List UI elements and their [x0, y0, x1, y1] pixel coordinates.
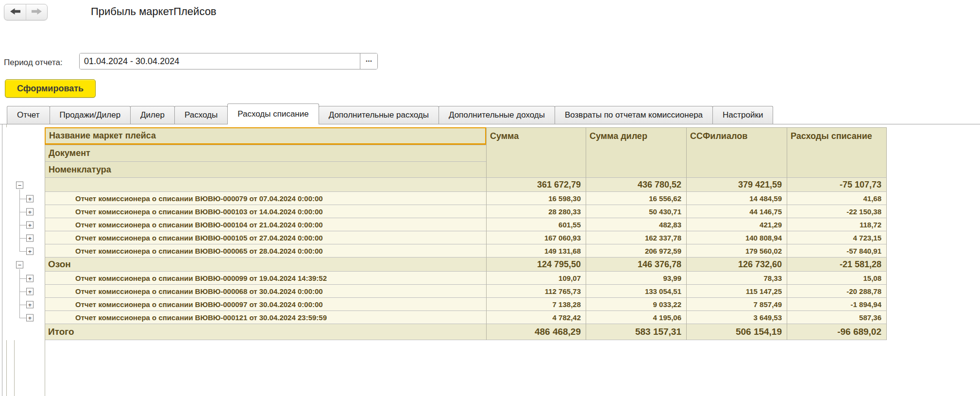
document-name-cell[interactable]: Отчет комиссионера о списании ВЮВЮ-00006…: [45, 244, 486, 258]
document-name-cell[interactable]: Отчет комиссионера о списании ВЮВЮ-00009…: [45, 298, 486, 311]
group-name-cell[interactable]: Итого: [45, 324, 486, 340]
expand-expander-icon[interactable]: +: [26, 195, 34, 202]
value-cell-3[interactable]: -1 894,94: [787, 298, 887, 311]
tab-8[interactable]: Настройки: [712, 106, 773, 124]
value-cell-3[interactable]: -20 288,78: [787, 285, 887, 298]
generate-report-button[interactable]: Сформировать: [5, 79, 96, 98]
value-cell-3[interactable]: -96 689,02: [787, 324, 887, 340]
expand-expander-icon[interactable]: +: [26, 208, 34, 215]
value-cell-2[interactable]: 506 154,19: [686, 324, 787, 340]
value-cell-2[interactable]: 379 421,59: [686, 178, 787, 192]
back-button[interactable]: [4, 4, 26, 20]
tab-1[interactable]: Продажи/Дилер: [50, 106, 131, 124]
value-cell-2[interactable]: 179 560,02: [686, 244, 787, 258]
expand-expander-icon[interactable]: +: [26, 301, 34, 308]
value-cell-1[interactable]: 482,83: [586, 218, 686, 231]
value-cell-2[interactable]: 3 649,53: [686, 311, 787, 324]
period-picker-button[interactable]: ...: [360, 53, 377, 69]
value-cell-3[interactable]: 4 723,15: [787, 231, 887, 244]
value-cell-0[interactable]: 124 795,50: [486, 258, 586, 272]
tree-connector-line: [19, 305, 26, 305]
value-cell-0[interactable]: 28 280,33: [486, 205, 586, 218]
expand-expander-icon[interactable]: +: [26, 288, 34, 295]
tree-connector-line: [19, 251, 26, 252]
value-cell-3[interactable]: -57 840,91: [787, 244, 887, 258]
report-panel: Название маркет плейса Документ Номенкла…: [2, 124, 980, 396]
value-cell-0[interactable]: 167 060,93: [486, 231, 586, 244]
value-cell-1[interactable]: 9 033,22: [586, 298, 686, 311]
tab-3[interactable]: Расходы: [174, 106, 228, 124]
value-cell-3[interactable]: -75 107,73: [787, 178, 887, 192]
value-cell-2[interactable]: 115 147,25: [686, 285, 787, 298]
tab-6[interactable]: Дополнительные доходы: [439, 106, 555, 124]
value-cell-2[interactable]: 140 808,94: [686, 231, 787, 244]
collapse-expander-icon[interactable]: −: [16, 181, 23, 189]
value-cell-3[interactable]: 41,68: [787, 192, 887, 205]
forward-button[interactable]: [26, 4, 47, 20]
header-cell-nomenclature[interactable]: Номенклатура: [45, 161, 486, 178]
value-cell-1[interactable]: 133 054,51: [586, 285, 686, 298]
value-cell-1[interactable]: 162 337,78: [586, 231, 686, 244]
value-cell-0[interactable]: 112 765,73: [486, 285, 586, 298]
value-cell-3[interactable]: -21 581,28: [787, 258, 887, 272]
header-cell-write-off[interactable]: Расходы списание: [787, 127, 887, 178]
value-cell-2[interactable]: 14 484,59: [686, 192, 787, 205]
value-cell-1[interactable]: 50 430,71: [586, 205, 686, 218]
data-row: +Отчет комиссионера о списании ВЮВЮ-0000…: [6, 244, 887, 258]
group-name-cell[interactable]: [45, 178, 486, 192]
document-name-cell[interactable]: Отчет комиссионера о списании ВЮВЮ-00010…: [45, 218, 486, 231]
grid-extension-line: [45, 340, 45, 396]
tab-2[interactable]: Дилер: [130, 106, 175, 124]
document-name-cell[interactable]: Отчет комиссионера о списании ВЮВЮ-00010…: [45, 231, 486, 244]
value-cell-0[interactable]: 149 131,68: [486, 244, 586, 258]
value-cell-2[interactable]: 421,29: [686, 218, 787, 231]
period-input[interactable]: [80, 53, 360, 69]
value-cell-2[interactable]: 7 857,49: [686, 298, 787, 311]
value-cell-2[interactable]: 78,33: [686, 272, 787, 285]
expand-expander-icon[interactable]: +: [26, 221, 34, 228]
document-name-cell[interactable]: Отчет комиссионера о списании ВЮВЮ-00012…: [45, 311, 486, 324]
value-cell-1[interactable]: 206 972,59: [586, 244, 686, 258]
group-name-cell[interactable]: Озон: [45, 258, 486, 272]
tab-4[interactable]: Расходы списание: [227, 103, 319, 124]
tree-connector-line: [19, 278, 26, 279]
value-cell-2[interactable]: 126 732,60: [686, 258, 787, 272]
group-row: −361 672,79436 780,52379 421,59-75 107,7…: [6, 178, 887, 192]
document-name-cell[interactable]: Отчет комиссионера о списании ВЮВЮ-00007…: [45, 192, 486, 205]
value-cell-0[interactable]: 361 672,79: [486, 178, 586, 192]
value-cell-0[interactable]: 7 138,28: [486, 298, 586, 311]
value-cell-0[interactable]: 16 598,30: [486, 192, 586, 205]
expand-expander-icon[interactable]: +: [26, 234, 34, 241]
value-cell-1[interactable]: 583 157,31: [586, 324, 686, 340]
tab-0[interactable]: Отчет: [7, 106, 50, 124]
document-name-cell[interactable]: Отчет комиссионера о списании ВЮВЮ-00010…: [45, 205, 486, 218]
value-cell-0[interactable]: 601,55: [486, 218, 586, 231]
value-cell-1[interactable]: 436 780,52: [586, 178, 686, 192]
expand-expander-icon[interactable]: +: [26, 247, 34, 255]
value-cell-3[interactable]: 15,08: [787, 272, 887, 285]
value-cell-1[interactable]: 93,99: [586, 272, 686, 285]
value-cell-1[interactable]: 4 195,06: [586, 311, 686, 324]
expand-expander-icon[interactable]: +: [26, 314, 34, 321]
value-cell-0[interactable]: 4 782,42: [486, 311, 586, 324]
value-cell-1[interactable]: 16 556,62: [586, 192, 686, 205]
value-cell-2[interactable]: 44 146,75: [686, 205, 787, 218]
tab-7[interactable]: Возвраты по отчетам комиссионера: [555, 106, 713, 124]
header-cell-marketplace[interactable]: Название маркет плейса: [45, 127, 486, 145]
value-cell-0[interactable]: 486 468,29: [486, 324, 586, 340]
tree-connector-line: [19, 199, 26, 199]
tab-5[interactable]: Дополнительные расходы: [319, 106, 439, 124]
document-name-cell[interactable]: Отчет комиссионера о списании ВЮВЮ-00006…: [45, 285, 486, 298]
header-cell-sum-dealer[interactable]: Сумма дилер: [586, 127, 686, 178]
value-cell-3[interactable]: 587,36: [787, 311, 887, 324]
expand-expander-icon[interactable]: +: [26, 275, 34, 282]
header-cell-sum[interactable]: Сумма: [486, 127, 586, 178]
value-cell-3[interactable]: -22 150,38: [787, 205, 887, 218]
document-name-cell[interactable]: Отчет комиссионера о списании ВЮВЮ-00009…: [45, 272, 486, 285]
header-cell-ss-branches[interactable]: ССФилиалов: [686, 127, 787, 178]
collapse-expander-icon[interactable]: −: [16, 261, 23, 268]
value-cell-0[interactable]: 109,07: [486, 272, 586, 285]
header-cell-document[interactable]: Документ: [45, 145, 486, 161]
value-cell-3[interactable]: 118,72: [787, 218, 887, 231]
value-cell-1[interactable]: 146 376,78: [586, 258, 686, 272]
